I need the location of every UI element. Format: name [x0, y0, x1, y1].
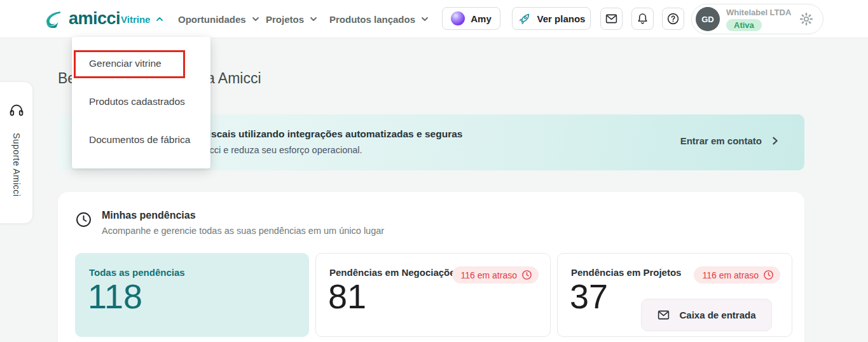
- top-navigation-bar: amicci Vitrine Oportunidades Projetos Pr…: [0, 0, 868, 38]
- menu-item-label: Gerenciar vitrine: [89, 58, 162, 69]
- account-status-badge: Ativa: [726, 19, 762, 31]
- headset-icon: [9, 102, 24, 118]
- support-tab-label: Suporte Amicci: [11, 133, 22, 196]
- chevron-down-icon: [310, 15, 317, 23]
- entrar-em-contato-label: Entrar em contato: [680, 135, 762, 146]
- amy-button-label: Amy: [471, 13, 492, 24]
- caixa-de-entrada-label: Caixa de entrada: [679, 310, 755, 320]
- account-menu[interactable]: GD Whitelabel LTDA Ativa: [691, 4, 823, 34]
- card-pendencias-negociacoes[interactable]: Pendências em Negociações 116 em atraso …: [315, 253, 551, 337]
- nav-item-label: Projetos: [266, 14, 304, 25]
- card-todas-pendencias[interactable]: Todas as pendências 118: [75, 253, 309, 337]
- support-tab[interactable]: Suporte Amicci: [0, 81, 33, 224]
- account-company-name: Whitelabel LTDA: [726, 8, 796, 17]
- caixa-de-entrada-button[interactable]: Caixa de entrada: [641, 299, 772, 331]
- chevron-down-icon: [421, 15, 429, 23]
- amicci-logo-icon: [43, 8, 64, 29]
- entrar-em-contato-link[interactable]: Entrar em contato: [680, 135, 779, 146]
- notifications-button[interactable]: [631, 8, 654, 30]
- clock-icon: [521, 270, 532, 280]
- vitrine-dropdown-menu: Gerenciar vitrine Produtos cadastrados D…: [72, 37, 210, 168]
- atraso-badge-label: 116 em atraso: [703, 270, 759, 280]
- nav-item-vitrine[interactable]: Vitrine: [121, 0, 163, 38]
- nav-item-label: Vitrine: [121, 14, 150, 25]
- chevron-up-icon: [156, 15, 163, 23]
- ver-planos-button[interactable]: Ver planos: [512, 7, 591, 30]
- mail-icon: [605, 12, 618, 25]
- menu-item-documentos-de-fabrica[interactable]: Documentos de fábrica: [72, 121, 210, 159]
- nav-item-label: Produtos lançados: [329, 14, 415, 25]
- atraso-badge: 116 em atraso: [694, 266, 780, 284]
- amicci-logo-text: amicci: [69, 9, 120, 29]
- menu-item-label: Produtos cadastrados: [89, 96, 185, 107]
- menu-item-gerenciar-vitrine[interactable]: Gerenciar vitrine: [72, 44, 210, 83]
- gear-icon[interactable]: [799, 11, 814, 27]
- amicci-logo[interactable]: amicci: [43, 8, 120, 29]
- chevron-right-icon: [771, 137, 779, 145]
- account-avatar: GD: [696, 7, 720, 31]
- menu-item-produtos-cadastrados[interactable]: Produtos cadastrados: [72, 83, 210, 121]
- card-value: 37: [570, 277, 608, 316]
- nav-item-oportunidades[interactable]: Oportunidades: [178, 0, 259, 38]
- question-circle-icon: [666, 12, 680, 25]
- card-pendencias-projetos[interactable]: Pendências em Projetos 116 em atraso 37 …: [557, 253, 792, 337]
- pendencias-title: Minhas pendências: [102, 210, 196, 221]
- chevron-down-icon: [252, 15, 259, 23]
- clock-icon: [763, 270, 774, 280]
- account-info: Whitelabel LTDA Ativa: [726, 8, 796, 31]
- pendencias-panel: Minhas pendências Acompanhe e gerencie t…: [58, 192, 804, 342]
- nav-item-projetos[interactable]: Projetos: [266, 0, 317, 38]
- pendencias-subtitle: Acompanhe e gerencie todas as suas pendê…: [102, 226, 384, 236]
- menu-item-label: Documentos de fábrica: [89, 134, 190, 146]
- card-value: 81: [328, 277, 366, 316]
- ver-planos-label: Ver planos: [537, 13, 586, 24]
- nav-item-produtos-lancados[interactable]: Produtos lançados: [329, 0, 429, 38]
- clock-icon: [75, 211, 92, 228]
- bell-icon: [636, 12, 649, 25]
- nav-item-label: Oportunidades: [178, 14, 246, 25]
- amy-assistant-button[interactable]: Amy: [442, 7, 500, 30]
- rocket-icon: [518, 11, 532, 25]
- messages-button[interactable]: [600, 8, 623, 30]
- amy-avatar-icon: [451, 11, 465, 25]
- atraso-badge: 116 em atraso: [452, 266, 539, 284]
- help-button[interactable]: [662, 8, 684, 30]
- card-value: 118: [88, 277, 142, 316]
- atraso-badge-label: 116 em atraso: [461, 270, 517, 280]
- mail-icon: [657, 308, 670, 322]
